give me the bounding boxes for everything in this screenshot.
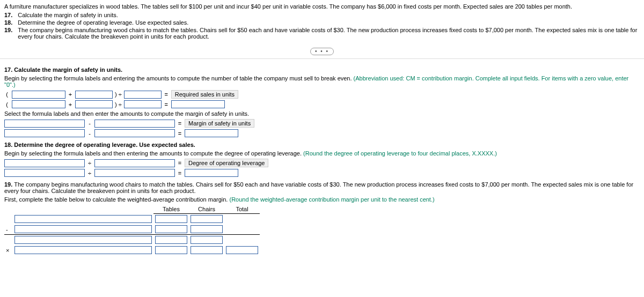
table-row: × — [4, 245, 260, 255]
s19-row1-label[interactable] — [14, 215, 152, 223]
eq: = — [177, 130, 182, 137]
s19-row2-chairs[interactable] — [191, 225, 223, 233]
s18-formula-row-2: ÷ = — [4, 169, 640, 177]
table-row — [4, 235, 260, 246]
s18-title: Determine the degree of operating levera… — [14, 142, 195, 148]
s19-row1-chairs[interactable] — [191, 215, 223, 223]
s18-r1-term1[interactable] — [4, 159, 85, 167]
s18-r2-result[interactable] — [185, 169, 238, 177]
s19-num: 19. — [4, 181, 12, 188]
minus: - — [4, 224, 13, 235]
s19-instr-text: First, complete the table below to calcu… — [4, 196, 228, 203]
q18-text: Determine the degree of operating levera… — [18, 19, 640, 26]
lparen: ( — [4, 101, 10, 108]
s19-table-header-row: Tables Chairs Total — [4, 205, 260, 214]
s17-title: Calculate the margin of safety in units. — [14, 66, 122, 73]
s17-num: 17. — [4, 66, 12, 73]
s18-r2-term2[interactable] — [94, 169, 175, 177]
s19-row4-total[interactable] — [226, 246, 258, 254]
minus: - — [87, 120, 92, 127]
s19-row2-tables[interactable] — [155, 225, 187, 233]
s17-formula-row-1: ( + ) ÷ = Required sales in units — [4, 90, 640, 99]
separator: • • • — [0, 48, 644, 55]
div: ÷ — [87, 160, 92, 166]
s17-mos-r2-term2[interactable] — [94, 129, 175, 137]
question-header: A furniture manufacturer specializes in … — [0, 0, 644, 42]
s19-row1-tables[interactable] — [155, 215, 187, 223]
s17-r2-term1[interactable] — [12, 100, 65, 108]
s17-instruction: Begin by selecting the formula labels an… — [4, 75, 640, 88]
s19-row3-chairs[interactable] — [191, 236, 223, 244]
table-row — [4, 214, 260, 225]
minus: - — [87, 130, 92, 137]
s17-r2-term2[interactable] — [75, 100, 113, 108]
s17-formula-row-2: ( + ) ÷ = — [4, 100, 640, 108]
eq: = — [164, 91, 169, 98]
s17-mos-r2-term1[interactable] — [4, 129, 85, 137]
rpdiv: ) ÷ — [115, 91, 122, 98]
s17-r1-term1[interactable] — [12, 91, 65, 99]
s17-heading: 17. Calculate the margin of safety in un… — [4, 66, 640, 73]
s19-title: The company begins manufacturing wood ch… — [4, 181, 633, 194]
lparen: ( — [4, 91, 10, 98]
s19-col-tables: Tables — [153, 205, 189, 214]
ellipsis-icon[interactable]: • • • — [310, 48, 334, 55]
s19-row4-tables[interactable] — [155, 246, 187, 254]
q19-number: 19. — [4, 26, 18, 40]
eq: = — [177, 120, 182, 127]
s18-instr-text: Begin by selecting the formula labels an… — [4, 150, 302, 157]
s19-col-chairs: Chairs — [189, 205, 224, 214]
s17-mos-r1-term2[interactable] — [94, 120, 175, 128]
table-row: - — [4, 224, 260, 235]
s17-instruction-2: Select the formula labels and then enter… — [4, 110, 640, 117]
s19-row3-label[interactable] — [14, 236, 152, 244]
rpdiv: ) ÷ — [115, 101, 122, 108]
s17-mos-r1-result-label: Margin of safety in units — [185, 119, 254, 128]
eq: = — [177, 160, 182, 166]
s17-instr-text: Begin by selecting the formula labels an… — [4, 75, 352, 81]
times: × — [4, 245, 13, 255]
q17-number: 17. — [4, 11, 18, 19]
s19-table: Tables Chairs Total - × — [4, 205, 260, 255]
plus: + — [68, 101, 73, 108]
s19-heading: 19. The company begins manufacturing woo… — [4, 181, 640, 194]
worksheet-area: 17. Calculate the margin of safety in un… — [0, 58, 644, 297]
s18-instruction: Begin by selecting the formula labels an… — [4, 150, 640, 157]
s19-row4-chairs[interactable] — [191, 246, 223, 254]
s17-r1-term2[interactable] — [75, 91, 113, 99]
div: ÷ — [87, 170, 92, 176]
q18-number: 18. — [4, 19, 18, 26]
s17-r1-term3[interactable] — [124, 91, 162, 99]
s19-row4-label[interactable] — [14, 246, 152, 254]
s18-r2-term1[interactable] — [4, 169, 85, 177]
s18-hint: (Round the degree of operating leverage … — [303, 150, 497, 157]
question-list: 17. Calculate the margin of safety in un… — [4, 11, 640, 40]
s17-r1-result-label: Required sales in units — [171, 90, 238, 99]
s17-r2-result[interactable] — [171, 100, 225, 108]
s18-heading: 18. Determine the degree of operating le… — [4, 142, 640, 148]
q17-text: Calculate the margin of safety in units. — [18, 11, 640, 19]
s17-mos-row-2: - = — [4, 129, 640, 137]
s17-mos-r1-term1[interactable] — [4, 120, 85, 128]
s18-num: 18. — [4, 142, 12, 148]
s19-row2-label[interactable] — [14, 225, 152, 233]
s18-r1-result-label: Degree of operating leverage — [185, 159, 268, 167]
plus: + — [68, 91, 73, 98]
s18-formula-row-1: ÷ = Degree of operating leverage — [4, 159, 640, 167]
eq: = — [177, 170, 182, 176]
intro-text: A furniture manufacturer specializes in … — [4, 3, 640, 10]
s17-mos-r2-result[interactable] — [185, 129, 238, 137]
s18-r1-term2[interactable] — [94, 159, 175, 167]
s17-mos-row-1: - = Margin of safety in units — [4, 119, 640, 128]
s19-hint: (Round the weighted-average contribution… — [229, 196, 434, 203]
s19-col-total: Total — [224, 205, 260, 214]
eq: = — [164, 101, 169, 108]
s19-row3-tables[interactable] — [155, 236, 187, 244]
s19-instruction: First, complete the table below to calcu… — [4, 196, 640, 203]
q19-text: The company begins manufacturing wood ch… — [18, 26, 640, 40]
s17-r2-term3[interactable] — [124, 100, 162, 108]
